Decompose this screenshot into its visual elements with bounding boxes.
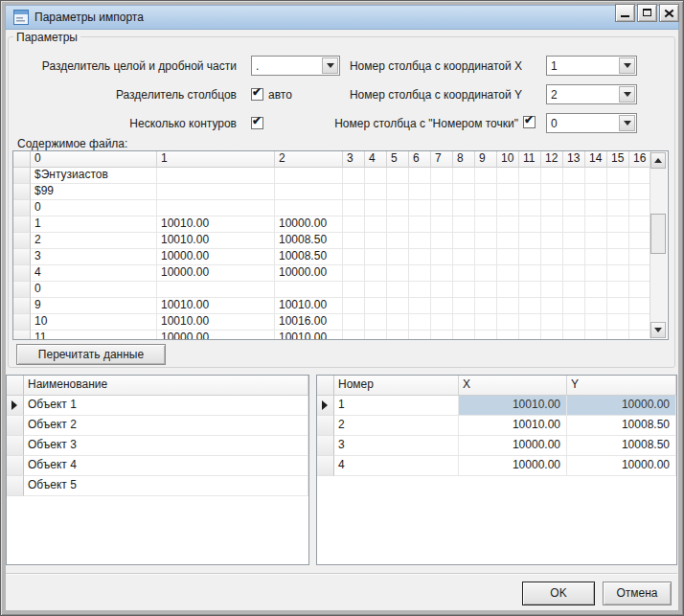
x-column-combobox[interactable]: 1 xyxy=(546,56,637,76)
column-header[interactable]: 7 xyxy=(431,151,453,168)
column-header[interactable]: 10 xyxy=(497,151,519,168)
x-column-label: Номер столбца с координатой X xyxy=(326,59,522,73)
minimize-icon xyxy=(621,15,629,17)
grid-corner[interactable] xyxy=(13,151,31,168)
table-row[interactable]: Объект 5 xyxy=(7,476,308,496)
y-column-combobox[interactable]: 2 xyxy=(546,84,637,104)
table-row[interactable]: 3 10000.00 10008.50 xyxy=(317,436,676,456)
groupbox-title: Параметры xyxy=(13,31,80,44)
multiple-contours-checkbox[interactable]: ✔ xyxy=(251,117,263,129)
chevron-down-icon xyxy=(624,121,631,125)
table-row[interactable]: Объект 2 xyxy=(7,416,308,436)
y-column-label: Номер столбца с координатой Y xyxy=(326,88,522,102)
x-column-value: 1 xyxy=(551,58,558,74)
column-header[interactable]: 0 xyxy=(31,151,157,168)
y-column-header[interactable]: Y xyxy=(567,376,676,396)
maximize-icon xyxy=(643,9,651,16)
point-number-column-label: Номер столбца с "Номером точки" xyxy=(316,117,518,130)
combo-drop-button[interactable] xyxy=(619,57,635,74)
scrollbar-thumb[interactable] xyxy=(650,214,666,254)
file-content-grid: 0 1 2 3 4 5 6 7 8 9 10 11 12 13 14 15 16… xyxy=(12,150,669,340)
checkmark-icon: ✔ xyxy=(252,114,262,127)
close-icon xyxy=(664,9,674,17)
maximize-button[interactable] xyxy=(637,4,657,22)
table-row[interactable]: 910010.0010010.00 xyxy=(13,298,651,314)
column-header[interactable]: 5 xyxy=(387,151,409,168)
x-column-header[interactable]: X xyxy=(459,376,567,396)
point-number-combobox[interactable]: 0 xyxy=(546,113,637,133)
column-header[interactable]: 15 xyxy=(607,151,629,168)
table-row[interactable]: 410000.0010000.00 xyxy=(13,265,651,282)
auto-separator-checkbox[interactable]: ✔ xyxy=(251,88,263,101)
table-row[interactable]: Объект 3 xyxy=(7,436,308,456)
window-title: Параметры импорта xyxy=(34,11,144,24)
vertical-scrollbar[interactable] xyxy=(650,152,667,338)
scroll-down-button[interactable] xyxy=(650,322,666,338)
column-header[interactable]: 13 xyxy=(563,151,585,168)
points-header-row: Номер X Y xyxy=(317,376,676,396)
column-header[interactable]: 12 xyxy=(541,151,563,168)
decimal-separator-value: . xyxy=(256,58,259,74)
multiple-contours-label: Несколько контуров xyxy=(19,117,237,130)
objects-table: Наименование Объект 1 Объект 2 Объект 3 … xyxy=(6,375,309,565)
column-header[interactable]: 14 xyxy=(585,151,607,168)
table-row[interactable]: 2 10010.00 10008.50 xyxy=(317,416,676,436)
number-column-header[interactable]: Номер xyxy=(334,376,459,396)
points-table: Номер X Y 1 10010.00 10000.00 2 10010.00… xyxy=(316,375,677,565)
table-row[interactable]: 0 xyxy=(13,200,651,217)
table-row[interactable]: 4 10000.00 10000.00 xyxy=(317,456,676,476)
arrow-up-icon xyxy=(654,158,662,163)
table-row[interactable]: $99 xyxy=(13,184,651,200)
ok-button[interactable]: OK xyxy=(522,582,595,605)
titlebar: Параметры импорта xyxy=(5,5,679,30)
auto-checkbox-label: авто xyxy=(268,88,292,102)
grid-header-row: 0 1 2 3 4 5 6 7 8 9 10 11 12 13 14 15 16 xyxy=(13,151,668,168)
checkmark-icon: ✔ xyxy=(524,113,534,126)
table-row[interactable]: 310000.0010008.50 xyxy=(13,249,651,265)
column-header[interactable]: 3 xyxy=(343,151,365,168)
column-separator-label: Разделитель столбцов xyxy=(19,88,237,102)
column-header[interactable]: 1 xyxy=(157,151,275,168)
grid-corner[interactable] xyxy=(7,376,24,396)
table-row[interactable]: 110010.0010000.00 xyxy=(13,217,651,233)
column-header[interactable]: 2 xyxy=(275,151,343,168)
minimize-button[interactable] xyxy=(615,4,635,22)
column-header[interactable]: 9 xyxy=(475,151,497,168)
decimal-separator-label: Разделитель целой и дробной части xyxy=(19,59,237,73)
table-row[interactable]: 0 xyxy=(13,282,651,298)
combo-drop-button[interactable] xyxy=(619,86,635,103)
objects-header-row: Наименование xyxy=(7,376,308,396)
table-row[interactable]: 1010010.0010016.00 xyxy=(13,314,651,331)
table-row[interactable]: Объект 1 xyxy=(7,396,308,416)
name-column-header[interactable]: Наименование xyxy=(24,376,308,396)
checkmark-icon: ✔ xyxy=(252,85,262,99)
column-header[interactable]: 4 xyxy=(365,151,387,168)
current-row-icon xyxy=(11,400,17,410)
table-row[interactable]: 1110000.0010010.00 xyxy=(13,331,651,340)
table-row[interactable]: 210010.0010008.50 xyxy=(13,233,651,249)
chevron-down-icon xyxy=(624,63,631,68)
y-column-value: 2 xyxy=(551,87,558,103)
file-content-label: Содержимое файла: xyxy=(17,137,209,150)
combo-drop-button[interactable] xyxy=(619,115,635,131)
column-header[interactable]: 16 xyxy=(629,151,651,168)
table-row[interactable]: 1 10010.00 10000.00 xyxy=(317,396,676,416)
cancel-button[interactable]: Отмена xyxy=(603,582,672,605)
close-button[interactable] xyxy=(659,4,679,22)
column-header[interactable]: 8 xyxy=(453,151,475,168)
form-icon xyxy=(13,10,29,25)
reread-data-button[interactable]: Перечитать данные xyxy=(16,344,166,365)
table-row[interactable]: Объект 4 xyxy=(7,456,308,476)
grid-rows: $Энтузиастов $99 0 110010.0010000.00 210… xyxy=(13,168,651,340)
table-row[interactable]: $Энтузиастов xyxy=(13,168,651,184)
point-number-value: 0 xyxy=(551,116,558,131)
column-header[interactable]: 6 xyxy=(409,151,431,168)
column-header[interactable]: 11 xyxy=(519,151,541,168)
scroll-up-button[interactable] xyxy=(650,152,666,169)
grid-corner[interactable] xyxy=(317,376,334,396)
current-row-icon xyxy=(322,400,328,410)
arrow-down-icon xyxy=(654,328,662,332)
point-number-checkbox[interactable]: ✔ xyxy=(523,116,536,128)
chevron-down-icon xyxy=(624,92,631,97)
footer-separator xyxy=(6,573,677,575)
